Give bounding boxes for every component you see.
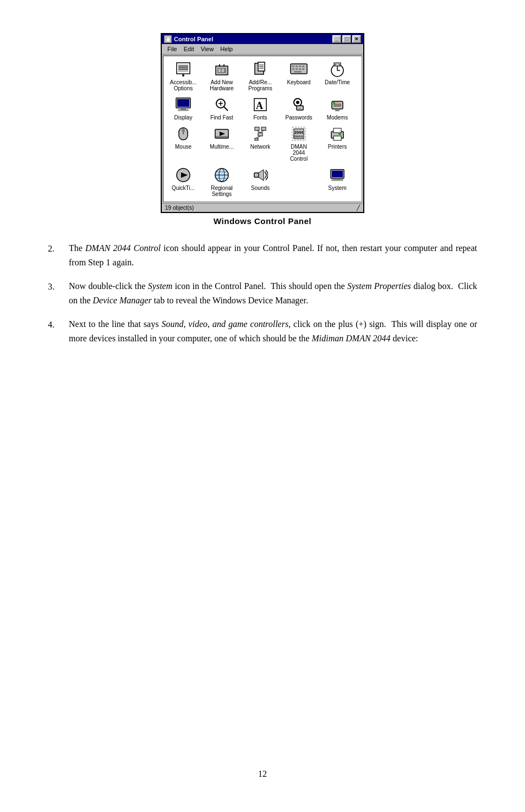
svg-point-5 xyxy=(182,74,184,77)
icon-keyboard[interactable]: Keyboard xyxy=(282,59,315,92)
screenshot-container: 🖥 Control Panel _ □ ✕ File Edit View Hel… xyxy=(161,33,364,236)
list-num-2: 2. xyxy=(48,241,60,256)
list-item-3: 3. Now double-click the System icon in t… xyxy=(48,279,477,307)
svg-rect-36 xyxy=(178,110,188,111)
svg-rect-23 xyxy=(296,68,298,70)
svg-rect-57 xyxy=(216,136,228,138)
svg-rect-85 xyxy=(332,179,343,181)
add-hardware-icon xyxy=(213,61,231,78)
keyboard-icon xyxy=(290,61,308,78)
svg-rect-80 xyxy=(254,173,259,177)
fonts-label: Fonts xyxy=(253,115,267,121)
multimedia-icon xyxy=(213,125,231,143)
svg-point-50 xyxy=(336,102,338,104)
statusbar: 19 object(s) ╱ xyxy=(162,203,363,212)
icon-find-fast[interactable]: Find Fast xyxy=(205,95,238,122)
svg-rect-18 xyxy=(292,66,294,67)
page: 🖥 Control Panel _ □ ✕ File Edit View Hel… xyxy=(0,0,525,812)
icon-datetime[interactable]: Date/Time xyxy=(321,59,354,92)
modems-icon xyxy=(329,96,346,113)
icon-passwords[interactable]: Passwords xyxy=(282,95,315,122)
menu-edit[interactable]: Edit xyxy=(181,45,198,53)
svg-line-64 xyxy=(256,136,260,138)
svg-rect-70 xyxy=(333,128,341,133)
statusbar-resize: ╱ xyxy=(357,205,360,211)
icon-accessibility[interactable]: Accessib...Options xyxy=(167,59,200,92)
empty-cell xyxy=(282,165,315,198)
minimize-button[interactable]: _ xyxy=(332,35,341,43)
icon-fonts[interactable]: A Fonts xyxy=(244,95,277,122)
icon-printers[interactable]: Printers xyxy=(321,124,354,163)
passwords-label: Passwords xyxy=(286,115,313,121)
svg-rect-59 xyxy=(261,127,266,130)
printers-label: Printers xyxy=(328,144,347,150)
find-fast-label: Find Fast xyxy=(210,115,233,121)
add-remove-icon xyxy=(251,61,269,78)
dman-label: DMAN2044Control xyxy=(290,144,308,162)
restore-button[interactable]: □ xyxy=(342,35,351,43)
svg-point-49 xyxy=(333,102,335,104)
system-icon xyxy=(329,166,346,184)
regional-icon xyxy=(213,166,231,184)
icon-multimedia[interactable]: Multime... xyxy=(205,124,238,163)
svg-rect-25 xyxy=(302,68,304,70)
page-number-text: 12 xyxy=(258,769,267,778)
list-num-4: 4. xyxy=(48,317,60,332)
window-title: Control Panel xyxy=(174,36,214,42)
icon-dman[interactable]: 2044 DMAN DMAN2044Control xyxy=(282,124,315,163)
modems-label: Modems xyxy=(327,115,348,121)
icon-add-remove[interactable]: Add/Re...Programs xyxy=(244,59,277,92)
svg-text:A: A xyxy=(256,100,263,111)
screenshot-caption: Windows Control Panel xyxy=(214,216,311,226)
icon-quicktime[interactable]: QuickTi... xyxy=(167,165,200,198)
list-text-3: Now double-click the System icon in the … xyxy=(69,279,477,307)
passwords-icon xyxy=(290,96,308,113)
list-num-3: 3. xyxy=(48,279,60,294)
icon-system[interactable]: System xyxy=(321,165,354,198)
mouse-icon xyxy=(174,125,192,143)
svg-rect-72 xyxy=(338,133,341,135)
menu-help[interactable]: Help xyxy=(217,45,236,53)
sounds-icon xyxy=(251,166,269,184)
icon-mouse[interactable]: Mouse xyxy=(167,124,200,163)
list-text-2: The DMAN 2044 Control icon should appear… xyxy=(69,241,477,269)
icon-modems[interactable]: Modems xyxy=(321,95,354,122)
page-number: 12 xyxy=(44,747,481,779)
svg-rect-51 xyxy=(335,109,340,111)
printers-icon xyxy=(329,125,346,143)
system-label: System xyxy=(328,185,346,191)
svg-text:2044: 2044 xyxy=(294,130,303,134)
svg-rect-22 xyxy=(292,68,294,70)
icon-network[interactable]: Network xyxy=(244,124,277,163)
fonts-icon: A xyxy=(251,96,269,113)
quicktime-label: QuickTi... xyxy=(172,185,195,191)
window-controls: _ □ ✕ xyxy=(332,35,361,43)
svg-rect-58 xyxy=(255,127,259,130)
win95-window: 🖥 Control Panel _ □ ✕ File Edit View Hel… xyxy=(161,33,364,213)
menu-file[interactable]: File xyxy=(164,45,181,53)
svg-rect-34 xyxy=(177,99,189,107)
svg-point-54 xyxy=(182,129,185,132)
list-text-4: Next to the line that says Sound, video,… xyxy=(69,317,477,345)
network-label: Network xyxy=(250,144,271,150)
svg-rect-46 xyxy=(299,108,300,109)
svg-marker-81 xyxy=(259,170,264,181)
menu-view[interactable]: View xyxy=(198,45,217,53)
network-icon xyxy=(251,125,269,143)
statusbar-text: 19 object(s) xyxy=(165,205,194,211)
icon-sounds[interactable]: Sounds xyxy=(244,165,277,198)
icon-add-hardware[interactable]: Add NewHardware xyxy=(205,59,238,92)
list-item-2: 2. The DMAN 2044 Control icon should app… xyxy=(48,241,477,269)
close-button[interactable]: ✕ xyxy=(352,35,361,43)
display-icon xyxy=(174,96,192,113)
svg-text:DMAN: DMAN xyxy=(293,135,303,138)
keyboard-label: Keyboard xyxy=(287,79,311,85)
icon-display[interactable]: Display xyxy=(167,95,200,122)
icon-regional[interactable]: RegionalSettings xyxy=(205,165,238,198)
display-label: Display xyxy=(174,115,193,121)
svg-point-45 xyxy=(296,101,299,104)
icons-grid: Accessib...Options Add NewHardwar xyxy=(163,56,362,202)
svg-rect-60 xyxy=(258,133,262,136)
svg-rect-26 xyxy=(294,71,302,73)
accessibility-icon xyxy=(174,61,192,78)
